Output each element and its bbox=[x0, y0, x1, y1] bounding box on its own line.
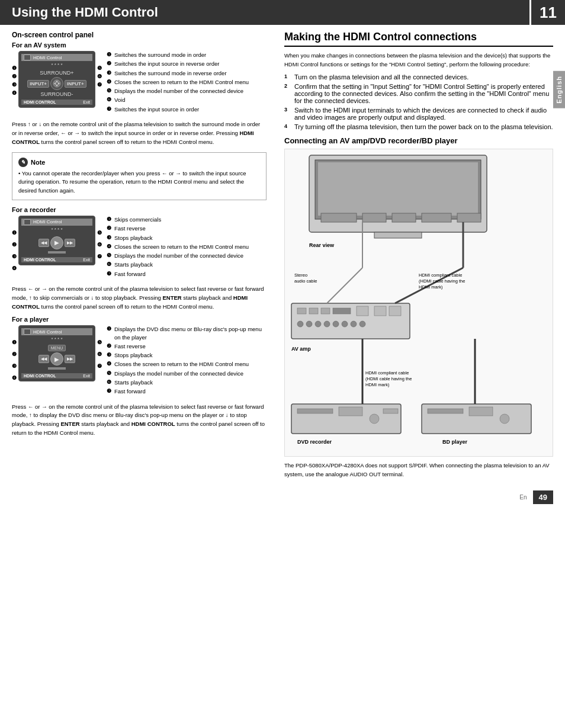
hdmi-connections-title: Making the HDMI Control connections bbox=[284, 31, 553, 47]
av-connection-svg: Rear view A bbox=[285, 149, 553, 457]
av-panel-stars: * * * * bbox=[21, 62, 92, 68]
player-stop-bar bbox=[48, 367, 66, 370]
svg-rect-10 bbox=[362, 213, 386, 222]
svg-text:(HDMI cable having the: (HDMI cable having the bbox=[365, 376, 412, 381]
right-column: Making the HDMI Control connections When… bbox=[278, 31, 553, 479]
av-item-4: ❹ Closes the screen to return to the HDM… bbox=[107, 78, 267, 86]
av-panel-diagram: HDMI Control * * * * SURROUND+ INPUT+ bbox=[18, 51, 95, 108]
av-num-2: ❷ bbox=[12, 73, 17, 79]
svg-rect-36 bbox=[383, 409, 398, 413]
av-number-col: ❶ ❷ ❸ ❹ bbox=[12, 51, 17, 96]
av-num-3: ❸ bbox=[12, 82, 17, 88]
rec-rew-btn[interactable]: ◀◀ bbox=[38, 239, 49, 247]
av-number-col-right: ❺ ❻ ❼ bbox=[97, 51, 102, 88]
language-label: English bbox=[553, 71, 565, 108]
page-footer: En 49 bbox=[0, 485, 565, 510]
input-right-btn[interactable]: INPUT+ bbox=[65, 80, 86, 88]
svg-point-23 bbox=[297, 321, 303, 327]
svg-rect-11 bbox=[392, 213, 416, 222]
svg-point-41 bbox=[500, 414, 509, 424]
svg-rect-22 bbox=[389, 306, 401, 316]
note-icon: ✎ bbox=[18, 158, 28, 167]
connections-body-text: When you make changes in connections bet… bbox=[284, 52, 553, 69]
player-num-4: ❹ bbox=[12, 375, 17, 381]
player-num-2: ❷ bbox=[12, 351, 17, 357]
av-system-subtitle: For an AV system bbox=[12, 41, 267, 49]
player-ffw-btn[interactable]: ▶▶ bbox=[65, 355, 75, 363]
svg-text:Stereo: Stereo bbox=[294, 272, 307, 278]
player-body-text: Press ← or → on the remote control unit … bbox=[12, 403, 267, 438]
player-panel-stars: * * * * bbox=[21, 336, 92, 342]
player-items-list: ❶ Displays the DVD disc menu or Blu-ray … bbox=[107, 325, 267, 396]
player-exit-label: Exit bbox=[83, 374, 90, 378]
player-num-5: ❺ bbox=[97, 339, 102, 345]
svg-rect-40 bbox=[469, 407, 493, 416]
svg-rect-18 bbox=[321, 308, 330, 314]
svg-point-30 bbox=[359, 321, 365, 327]
svg-point-28 bbox=[342, 321, 348, 327]
player-play-btn[interactable]: ▶ bbox=[50, 352, 63, 365]
av-item-6: ❻ Void bbox=[107, 96, 267, 104]
svg-rect-21 bbox=[374, 306, 386, 316]
note-title: ✎ Note bbox=[18, 158, 260, 167]
svg-text:HDMI mark): HDMI mark) bbox=[365, 382, 390, 387]
dpad-center[interactable] bbox=[50, 77, 63, 90]
rec-ffw-btn[interactable]: ▶▶ bbox=[65, 239, 75, 247]
svg-rect-12 bbox=[422, 213, 451, 222]
rec-tv-icon bbox=[24, 219, 31, 225]
step-4: 4 Try turning off the plasma television,… bbox=[284, 123, 553, 130]
player-panel-title: HDMI Control bbox=[21, 328, 92, 335]
player-hdmi-bar: HDMI CONTROL Exit bbox=[21, 373, 92, 379]
en-label: En bbox=[519, 494, 527, 501]
player-number-col-left: ❶ ❷ ❸ ❹ bbox=[12, 325, 17, 381]
note-box: ✎ Note • You cannot operate the recorder… bbox=[12, 152, 267, 200]
connecting-title: Connecting an AV amp/DVD recorder/BD pla… bbox=[284, 136, 553, 145]
player-item-5: ❺ Displays the model number of the conne… bbox=[107, 370, 267, 377]
menu-btn[interactable]: MENU bbox=[48, 345, 66, 351]
rec-panel-title: HDMI Control bbox=[21, 219, 92, 226]
rec-hdmi-label: HDMI CONTROL bbox=[24, 258, 56, 262]
player-controls: MENU ◀◀ ▶ ▶▶ bbox=[21, 343, 92, 372]
av-panel-title: HDMI Control bbox=[21, 54, 92, 61]
rec-num-4: ❹ bbox=[12, 265, 17, 271]
rec-num-1: ❶ bbox=[12, 230, 17, 236]
svg-rect-33 bbox=[297, 409, 333, 413]
page-number: 11 bbox=[529, 0, 565, 25]
surround-minus-label: SURROUND- bbox=[41, 91, 73, 97]
av-item-7: ❼ Switches the input source in order bbox=[107, 105, 267, 113]
svg-point-25 bbox=[315, 321, 321, 327]
rec-item-1: ❶ Skips commercials bbox=[107, 216, 267, 223]
svg-rect-13 bbox=[457, 213, 481, 222]
av-panel-controls: SURROUND+ INPUT+ bbox=[21, 69, 92, 98]
input-left-btn[interactable]: INPUT+ bbox=[27, 80, 49, 88]
svg-rect-20 bbox=[357, 306, 368, 316]
svg-rect-19 bbox=[333, 308, 351, 314]
rec-item-3: ❸ Stops playback bbox=[107, 234, 267, 242]
player-rew-btn[interactable]: ◀◀ bbox=[38, 355, 49, 363]
rec-item-6: ❻ Starts playback bbox=[107, 261, 267, 268]
player-num-1: ❶ bbox=[12, 339, 17, 345]
player-item-4: ❹ Closes the screen to return to the HDM… bbox=[107, 360, 267, 368]
av-num-4: ❹ bbox=[12, 90, 17, 96]
player-item-6: ❻ Starts playback bbox=[107, 379, 267, 386]
av-body-text: Press ↑ or ↓ on the remote control unit … bbox=[12, 120, 267, 146]
rec-num-5: ❺ bbox=[97, 230, 102, 236]
rec-item-2: ❷ Fast reverse bbox=[107, 225, 267, 232]
svg-rect-16 bbox=[297, 308, 306, 314]
svg-point-27 bbox=[333, 321, 339, 327]
player-num-6: ❻ bbox=[97, 351, 102, 357]
player-tv-icon bbox=[24, 329, 31, 335]
svg-text:HDMI compliant cable: HDMI compliant cable bbox=[365, 370, 409, 376]
rec-play-btn[interactable]: ▶ bbox=[50, 236, 63, 249]
player-number-col-right: ❺ ❻ ❼ bbox=[97, 325, 102, 369]
rec-item-4: ❹ Closes the screen to return to the HDM… bbox=[107, 243, 267, 251]
av-control-panel: ❶ ❷ ❸ ❹ HDMI Control * * * * SURROUND+ bbox=[12, 51, 267, 114]
recorder-control-panel: ❶ ❷ ❸ ❹ HDMI Control * * * * ◀◀ bbox=[12, 216, 267, 279]
svg-text:(HDMI cable having the: (HDMI cable having the bbox=[419, 278, 465, 284]
rec-transport-row: ◀◀ ▶ ▶▶ bbox=[38, 236, 75, 249]
av-num-7: ❼ bbox=[97, 82, 102, 88]
main-content: On-screen control panel For an AV system… bbox=[0, 25, 565, 485]
svg-text:Rear view: Rear view bbox=[309, 242, 335, 248]
recorder-body-text: Press ← or → on the remote control unit … bbox=[12, 285, 267, 311]
rec-item-5: ❺ Displays the model number of the conne… bbox=[107, 252, 267, 259]
